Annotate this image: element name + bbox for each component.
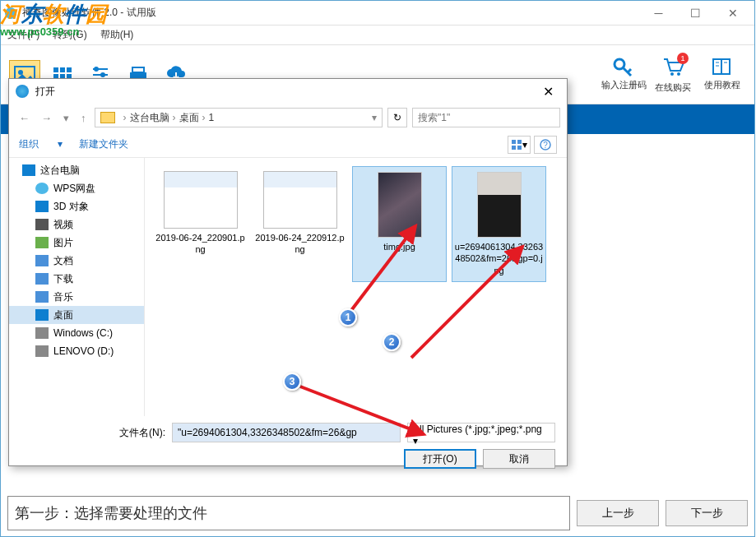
open-button[interactable]: 打开(O) xyxy=(404,449,476,469)
file-item[interactable]: 2019-06-24_220912.png xyxy=(253,166,347,282)
breadcrumb-root[interactable]: 这台电脑 xyxy=(130,111,169,125)
dialog-icon xyxy=(16,85,29,98)
bottom-bar: 第一步：选择需要处理的文件 上一步 下一步 xyxy=(7,497,748,530)
regcode-label: 输入注册码 xyxy=(601,79,647,91)
prev-button[interactable]: 上一步 xyxy=(577,500,659,526)
dialog-title: 打开 xyxy=(35,85,536,99)
sb-3d-icon xyxy=(35,201,49,212)
svg-rect-5 xyxy=(67,67,72,72)
dialog-file-list: 2019-06-24_220901.png2019-06-24_220912.p… xyxy=(145,158,567,416)
sidebar-item-label: 3D 对象 xyxy=(53,200,89,214)
dialog-sidebar: 这台电脑WPS网盘3D 对象视频图片文档下载音乐桌面Windows (C:)LE… xyxy=(9,158,145,416)
sidebar-item[interactable]: 图片 xyxy=(9,234,144,252)
maximize-button[interactable]: ☐ xyxy=(677,1,714,25)
sb-disk-icon xyxy=(35,345,49,357)
file-open-dialog: 打开 ✕ ← → ▾ ↑ › 这台电脑 › 桌面 › 1 ▾ ↻ 组织 ▾ 新建… xyxy=(8,78,568,466)
buy-label: 在线购买 xyxy=(655,81,691,94)
svg-point-0 xyxy=(5,7,16,19)
svg-rect-26 xyxy=(512,140,516,144)
nav-history-button[interactable]: ▾ xyxy=(60,112,72,124)
folder-icon xyxy=(100,112,115,123)
close-button[interactable]: ✕ xyxy=(714,1,751,25)
tutorial-button[interactable]: 使用教程 xyxy=(698,56,746,94)
file-name: 2019-06-24_220901.png xyxy=(155,232,246,256)
svg-line-20 xyxy=(628,69,631,72)
svg-point-21 xyxy=(670,72,674,76)
filename-label: 文件名(N): xyxy=(119,426,165,440)
svg-point-10 xyxy=(94,67,99,72)
menu-goto[interactable]: 转到(G) xyxy=(53,28,86,42)
sidebar-item[interactable]: 这台电脑 xyxy=(9,161,144,179)
file-name: u=2694061304,3326348502&fm=26&gp=0.jpg xyxy=(454,241,544,276)
dialog-footer: 文件名(N): All Pictures (*.jpg;*.jpeg;*.png… xyxy=(9,416,567,465)
search-input[interactable] xyxy=(412,108,560,127)
sidebar-item-label: 视频 xyxy=(53,218,73,232)
view-mode-button[interactable]: ▾ xyxy=(508,136,531,154)
file-item[interactable]: timg.jpg xyxy=(352,166,447,282)
dialog-close-button[interactable]: ✕ xyxy=(536,84,560,100)
help-icon: ? xyxy=(540,139,551,150)
sb-desktop-icon xyxy=(35,309,49,321)
breadcrumb-folder1[interactable]: 桌面 xyxy=(179,111,199,125)
sb-cloud-icon xyxy=(35,183,49,194)
organize-button[interactable]: 组织 ▾ xyxy=(19,137,63,151)
svg-rect-28 xyxy=(512,146,516,150)
sb-pc-icon xyxy=(22,164,35,176)
nav-forward-button[interactable]: → xyxy=(38,112,55,124)
sidebar-item-label: Windows (C:) xyxy=(53,327,113,339)
sidebar-item[interactable]: 下载 xyxy=(9,270,144,288)
file-thumbnail xyxy=(378,172,422,238)
sidebar-item[interactable]: 视频 xyxy=(9,215,144,234)
sb-pic-icon xyxy=(35,237,49,248)
sb-down-icon xyxy=(35,273,49,285)
app-titlebar: 神奇图像处理软件 2.0 - 试用版 ─ ☐ ✕ xyxy=(1,1,754,25)
menu-help[interactable]: 帮助(H) xyxy=(100,28,134,42)
breadcrumb[interactable]: › 这台电脑 › 桌面 › 1 ▾ xyxy=(95,108,383,127)
book-icon xyxy=(710,56,735,77)
next-button[interactable]: 下一步 xyxy=(666,500,748,526)
sidebar-item[interactable]: 3D 对象 xyxy=(9,197,144,215)
help-button[interactable]: ? xyxy=(534,136,557,154)
file-item[interactable]: u=2694061304,3326348502&fm=26&gp=0.jpg xyxy=(452,166,546,282)
refresh-button[interactable]: ↻ xyxy=(387,108,407,127)
sb-disk-icon xyxy=(35,327,49,339)
nav-back-button[interactable]: ← xyxy=(16,112,33,124)
sidebar-item[interactable]: Windows (C:) xyxy=(9,324,144,342)
buy-button[interactable]: 在线购买 xyxy=(649,56,697,94)
svg-rect-4 xyxy=(60,67,65,72)
sidebar-item-label: 音乐 xyxy=(53,290,73,304)
sidebar-item[interactable]: WPS网盘 xyxy=(9,179,144,197)
svg-rect-27 xyxy=(517,140,522,144)
sidebar-item-label: 图片 xyxy=(53,236,73,250)
regcode-button[interactable]: 输入注册码 xyxy=(600,56,647,94)
sidebar-item[interactable]: LENOVO (D:) xyxy=(9,342,144,360)
sidebar-item-label: 这台电脑 xyxy=(40,164,80,178)
sidebar-item[interactable]: 音乐 xyxy=(9,288,144,306)
sidebar-item[interactable]: 桌面 xyxy=(9,306,144,324)
menu-file[interactable]: 文件(F) xyxy=(7,28,39,42)
nav-up-button[interactable]: ↑ xyxy=(77,112,90,124)
app-icon xyxy=(4,7,17,20)
minimize-button[interactable]: ─ xyxy=(640,1,677,25)
app-title: 神奇图像处理软件 2.0 - 试用版 xyxy=(22,6,640,20)
dialog-nav: ← → ▾ ↑ › 这台电脑 › 桌面 › 1 ▾ ↻ xyxy=(9,104,567,132)
breadcrumb-folder2[interactable]: 1 xyxy=(209,112,215,123)
file-thumbnail xyxy=(164,171,238,229)
status-message: 第一步：选择需要处理的文件 xyxy=(7,496,570,530)
svg-rect-29 xyxy=(517,146,522,150)
sidebar-item-label: WPS网盘 xyxy=(53,182,95,196)
sb-doc-icon xyxy=(35,255,49,266)
file-item[interactable]: 2019-06-24_220901.png xyxy=(153,166,248,282)
sidebar-item[interactable]: 文档 xyxy=(9,252,144,270)
file-filter-select[interactable]: All Pictures (*.jpg;*.jpeg;*.png ▾ xyxy=(407,423,555,442)
sb-video-icon xyxy=(35,219,49,230)
sidebar-item-label: 桌面 xyxy=(53,308,73,322)
svg-rect-15 xyxy=(132,67,144,72)
file-name: 2019-06-24_220912.png xyxy=(254,232,346,256)
cancel-button[interactable]: 取消 xyxy=(483,449,555,469)
dialog-toolbar: 组织 ▾ 新建文件夹 ▾ ? xyxy=(9,132,567,158)
new-folder-button[interactable]: 新建文件夹 xyxy=(79,137,128,151)
file-thumbnail xyxy=(477,172,522,238)
file-name: timg.jpg xyxy=(383,241,415,252)
filename-input[interactable] xyxy=(172,423,401,442)
